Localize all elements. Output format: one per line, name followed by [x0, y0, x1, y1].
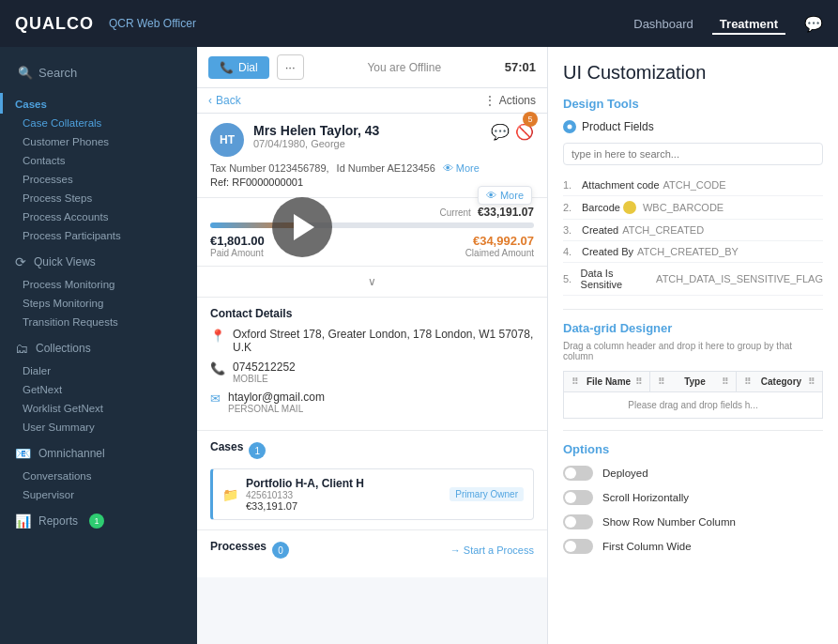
datagrid-col-type: ⠿ Type ⠿ [650, 372, 737, 391]
sidebar-item-transition-requests[interactable]: Transition Requests [0, 313, 197, 331]
dots-icon: ⋮ [484, 94, 495, 107]
back-button[interactable]: ‹ Back [208, 94, 241, 107]
case-card-name: Portfolio H-A, Client H [246, 477, 442, 490]
case-card-amount: €33,191.07 [246, 500, 442, 512]
phone-contact-icon: 📞 [210, 361, 225, 376]
cases-count-badge: 1 [249, 442, 266, 459]
col-type-sort-icon[interactable]: ⠿ [722, 376, 728, 387]
progress-section: Current €33,191.07 €1,801.00 Paid Amount… [197, 198, 547, 267]
message-case-icon[interactable]: 💬 [491, 123, 510, 141]
col-cat-sort-icon[interactable]: ⠿ [808, 376, 815, 387]
toggle-deployed: Deployed [563, 466, 823, 481]
toggle-row-number-switch[interactable] [563, 514, 593, 529]
current-amount-value: €33,191.07 [478, 206, 534, 219]
options-title: Options [563, 442, 823, 456]
sidebar-section-header-quickviews[interactable]: ⟳ Quick Views [0, 249, 197, 275]
search-icon: 🔍 [18, 66, 33, 80]
radio-label: Product Fields [582, 120, 654, 133]
case-date: 07/04/1980, George [253, 138, 379, 149]
current-label: Current [440, 207, 471, 218]
toggle-deployed-switch[interactable] [563, 466, 593, 481]
phone-value: 0745212252 [233, 360, 296, 374]
panel-title: UI Customization [563, 62, 823, 84]
field-num-2: 2. [563, 202, 582, 213]
sidebar-item-process-monitoring[interactable]: Process Monitoring [0, 275, 197, 294]
eye-icon: 👁 [443, 162, 453, 174]
toggle-scroll: Scroll Horizontally [563, 490, 823, 505]
cases-section-header: Cases 1 [210, 440, 534, 461]
sidebar-item-case-collaterals[interactable]: Case Collaterals [0, 114, 197, 132]
toggle-scroll-switch[interactable] [563, 490, 593, 505]
drag-handle-type-icon: ⠿ [658, 376, 664, 387]
sidebar-item-conversations[interactable]: Conversations [0, 467, 197, 485]
sidebar-item-processes[interactable]: Processes [0, 170, 197, 189]
primary-badge: Primary Owner [449, 487, 524, 501]
processes-count-badge: 0 [272, 542, 289, 559]
more-overlay-button[interactable]: 👁 More [478, 186, 532, 205]
sidebar-item-process-participants[interactable]: Process Participants [0, 226, 197, 245]
quickviews-label: Quick Views [34, 255, 96, 268]
sidebar-section-title-cases[interactable]: Cases [0, 93, 197, 114]
radio-dot [563, 120, 576, 133]
quickviews-icon: ⟳ [15, 254, 26, 269]
dial-button[interactable]: 📞 Dial [208, 56, 269, 79]
tax-number: Tax Number 0123456789, [210, 162, 329, 174]
case-card[interactable]: 📁 Portfolio H-A, Client H 425610133 €33,… [210, 468, 534, 520]
sidebar-item-dialer[interactable]: Dialer [0, 361, 197, 380]
sidebar-item-worklist-getnext[interactable]: Worklist GetNext [0, 399, 197, 418]
field-item-3: 3. Created ATCH_CREATED [563, 220, 823, 241]
collapse-row: ∨ [197, 267, 547, 298]
email-value: htaylor@gmail.com [228, 391, 325, 404]
tax-row: Tax Number 0123456789, Id Number AE12345… [210, 162, 534, 174]
sidebar-section-header-reports[interactable]: 📊 Reports 1 [0, 508, 197, 534]
actions-button[interactable]: ⋮ Actions [484, 94, 536, 107]
sidebar-section-collections: 🗂 Collections Dialer GetNext Worklist Ge… [0, 335, 197, 437]
case-header-bar: ‹ Back ⋮ Actions [197, 88, 547, 114]
sidebar-section-header-collections[interactable]: 🗂 Collections [0, 335, 197, 361]
toggle-row-number-label: Show Row Number Column [602, 516, 736, 528]
nav-treatment[interactable]: Treatment [712, 13, 785, 35]
sidebar-item-getnext[interactable]: GetNext [0, 380, 197, 399]
phone-icon: 📞 [220, 61, 234, 74]
sidebar-item-contacts[interactable]: Contacts [0, 151, 197, 170]
field-code-5: ATCH_DATA_IS_SENSITIVE_FLAG [656, 273, 823, 284]
sidebar-section-header-omnichannel[interactable]: 📧 Omnichannel [0, 440, 197, 467]
sidebar-search[interactable]: 🔍 Search [0, 58, 197, 93]
field-search-input[interactable] [563, 143, 823, 165]
field-item-1: 1. Attachment code ATCH_CODE [563, 175, 823, 196]
sidebar-section-cases: Cases Case Collaterals Customer Phones C… [0, 93, 197, 245]
toggle-first-col-switch[interactable] [563, 539, 593, 554]
sidebar-item-customer-phones[interactable]: Customer Phones [0, 132, 197, 151]
right-panel: UI Customization Design Tools Product Fi… [547, 47, 838, 644]
more-link[interactable]: 👁 More [443, 162, 480, 174]
more-options-button[interactable]: ··· [277, 54, 304, 80]
toggle-first-col-label: First Column Wide [602, 541, 692, 552]
divider-1 [563, 309, 823, 310]
reports-icon: 📊 [15, 514, 31, 529]
nav-dashboard[interactable]: Dashboard [626, 13, 701, 35]
call-timer: 57:01 [505, 60, 536, 74]
paid-label: Paid Amount [210, 248, 265, 258]
contact-section-title: Contact Details [210, 307, 534, 320]
progress-bar [210, 222, 534, 228]
more-overlay-label: More [500, 190, 524, 201]
current-amount: Current €33,191.07 [210, 206, 534, 219]
start-process-button[interactable]: → Start a Process [450, 544, 534, 556]
sidebar-item-process-steps[interactable]: Process Steps [0, 189, 197, 207]
sidebar-item-process-accounts[interactable]: Process Accounts [0, 207, 197, 226]
sidebar-item-user-summary[interactable]: User Summary [0, 418, 197, 437]
field-name-4: Created By [582, 246, 633, 257]
product-fields-radio[interactable]: Product Fields [563, 120, 823, 133]
divider-2 [563, 430, 823, 431]
toggle-row-number: Show Row Number Column [563, 514, 823, 529]
back-label: Back [216, 94, 241, 107]
col-sort-icon[interactable]: ⠿ [635, 376, 642, 387]
sidebar-item-supervisor[interactable]: Supervisor [0, 485, 197, 504]
paid-amount: €1,801.00 [210, 234, 265, 248]
collapse-button[interactable]: ∨ [361, 270, 384, 293]
toggle-scroll-label: Scroll Horizontally [602, 492, 689, 503]
play-button[interactable] [272, 197, 332, 257]
eye-overlay-icon: 👁 [486, 190, 496, 201]
message-icon[interactable]: 💬 [804, 15, 823, 33]
sidebar-item-steps-monitoring[interactable]: Steps Monitoring [0, 294, 197, 313]
